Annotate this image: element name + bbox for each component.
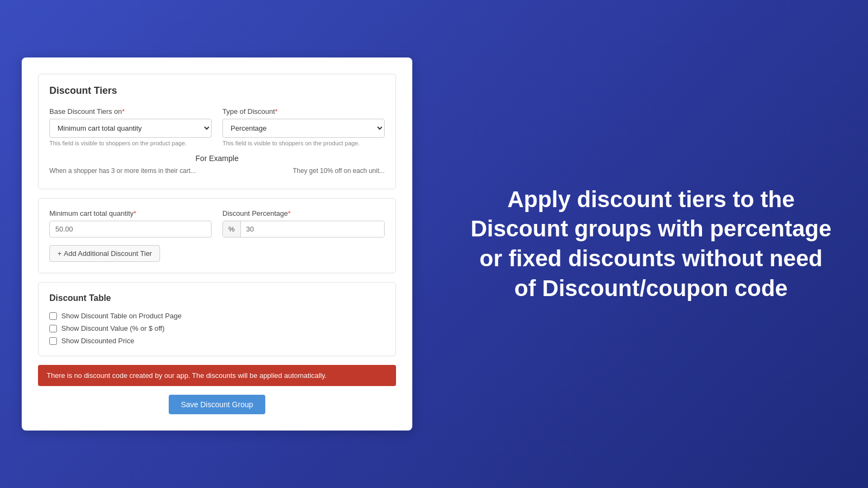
checkbox-value-label: Show Discount Value (% or $ off) — [61, 324, 164, 332]
left-panel: Discount Tiers Base Discount Tiers on* M… — [0, 0, 434, 488]
example-left: When a shopper has 3 or more items in th… — [49, 167, 196, 175]
add-tier-button[interactable]: + Add Additional Discount Tier — [49, 245, 160, 262]
tier-inputs-row: Minimum cart total quantity* Discount Pe… — [49, 209, 385, 237]
percentage-prefix: % — [223, 221, 241, 237]
discount-tiers-title: Discount Tiers — [49, 85, 385, 97]
type-of-discount-hint: This field is visible to shoppers on the… — [222, 140, 385, 146]
tier-inputs-section: Minimum cart total quantity* Discount Pe… — [38, 198, 396, 273]
example-row: When a shopper has 3 or more items in th… — [49, 167, 385, 175]
min-qty-label: Minimum cart total quantity* — [49, 209, 212, 217]
example-right: They get 10% off on each unit... — [293, 167, 385, 175]
form-row-selects: Base Discount Tiers on* Minimum cart tot… — [49, 107, 385, 146]
save-discount-group-button[interactable]: Save Discount Group — [169, 395, 265, 414]
add-tier-label: Add Additional Discount Tier — [64, 249, 152, 258]
checkbox-product-page[interactable] — [49, 312, 57, 320]
add-tier-icon: + — [58, 249, 62, 258]
checkbox-group: Show Discount Table on Product Page Show… — [49, 312, 385, 345]
checkbox-product-page-item[interactable]: Show Discount Table on Product Page — [49, 312, 385, 320]
checkbox-price-label: Show Discounted Price — [61, 337, 134, 345]
base-discount-hint: This field is visible to shoppers on the… — [49, 140, 212, 146]
right-panel: Apply discount tiers to the Discount gro… — [434, 0, 868, 488]
discount-table-title: Discount Table — [49, 293, 385, 303]
base-discount-label: Base Discount Tiers on* — [49, 107, 212, 115]
checkbox-price-item[interactable]: Show Discounted Price — [49, 337, 385, 345]
example-title: For Example — [49, 154, 385, 163]
type-of-discount-label: Type of Discount* — [222, 107, 385, 115]
discount-pct-label: Discount Percentage* — [222, 209, 385, 217]
checkbox-value-item[interactable]: Show Discount Value (% or $ off) — [49, 324, 385, 332]
discount-pct-input[interactable] — [241, 221, 384, 237]
checkbox-product-page-label: Show Discount Table on Product Page — [61, 312, 182, 320]
type-of-discount-group: Type of Discount* Percentage Fixed Amoun… — [222, 107, 385, 146]
discount-pct-group: Discount Percentage* % — [222, 209, 385, 237]
base-discount-group: Base Discount Tiers on* Minimum cart tot… — [49, 107, 212, 146]
checkbox-price[interactable] — [49, 337, 57, 345]
base-discount-select[interactable]: Minimum cart total quantity Minimum cart… — [49, 119, 212, 138]
min-qty-input[interactable] — [49, 221, 212, 237]
alert-banner: There is no discount code created by our… — [38, 365, 396, 386]
main-card: Discount Tiers Base Discount Tiers on* M… — [22, 57, 412, 431]
checkbox-value[interactable] — [49, 325, 57, 332]
discount-table-section: Discount Table Show Discount Table on Pr… — [38, 282, 396, 356]
discount-tiers-section: Discount Tiers Base Discount Tiers on* M… — [38, 74, 396, 189]
promo-text: Apply discount tiers to the Discount gro… — [467, 185, 835, 303]
alert-text: There is no discount code created by our… — [47, 371, 327, 380]
percentage-input-wrapper: % — [222, 221, 385, 237]
min-qty-group: Minimum cart total quantity* — [49, 209, 212, 237]
example-section: For Example When a shopper has 3 or more… — [49, 154, 385, 175]
type-of-discount-select[interactable]: Percentage Fixed Amount — [222, 119, 385, 138]
